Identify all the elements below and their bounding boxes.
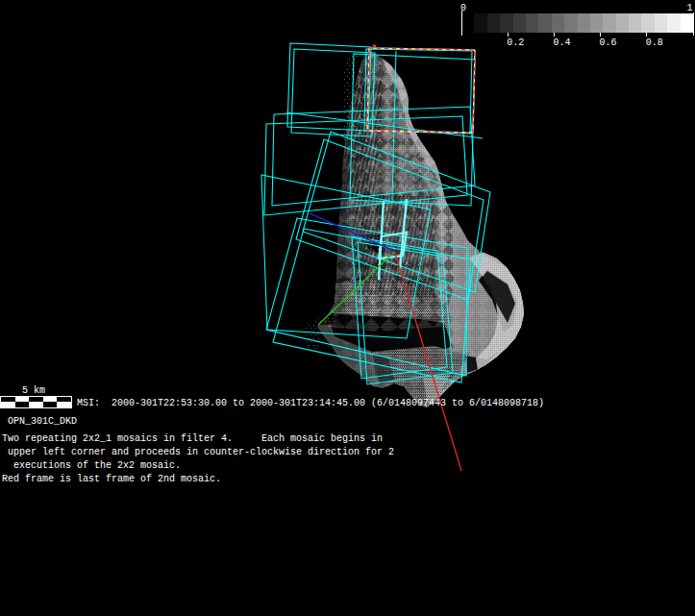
svg-text:executions of the 2x2 mosaic.: executions of the 2x2 mosaic. (2, 460, 181, 471)
svg-text:0.6: 0.6 (600, 37, 617, 48)
svg-text:Red frame is last frame of 2nd: Red frame is last frame of 2nd mosaic. (2, 474, 221, 484)
svg-text:0: 0 (460, 3, 466, 13)
svg-text:5 km: 5 km (22, 385, 45, 396)
svg-text:MSI: 2000-301T22:53:30.00 to: MSI: 2000-301T22:53:30.00 to 2000-301T23… (77, 398, 544, 408)
svg-text:0.4: 0.4 (553, 37, 570, 48)
svg-text:upper left corner and proceeds: upper left corner and proceeds in counte… (2, 447, 394, 457)
svg-text:0.8: 0.8 (646, 37, 663, 48)
svg-text:0.2: 0.2 (507, 37, 524, 48)
svg-text:1: 1 (687, 3, 693, 13)
svg-text:Two repeating 2x2_1 mosaics in: Two repeating 2x2_1 mosaics in filter 4.… (2, 433, 383, 444)
svg-text:OPN_301C_DKD: OPN_301C_DKD (8, 416, 77, 427)
